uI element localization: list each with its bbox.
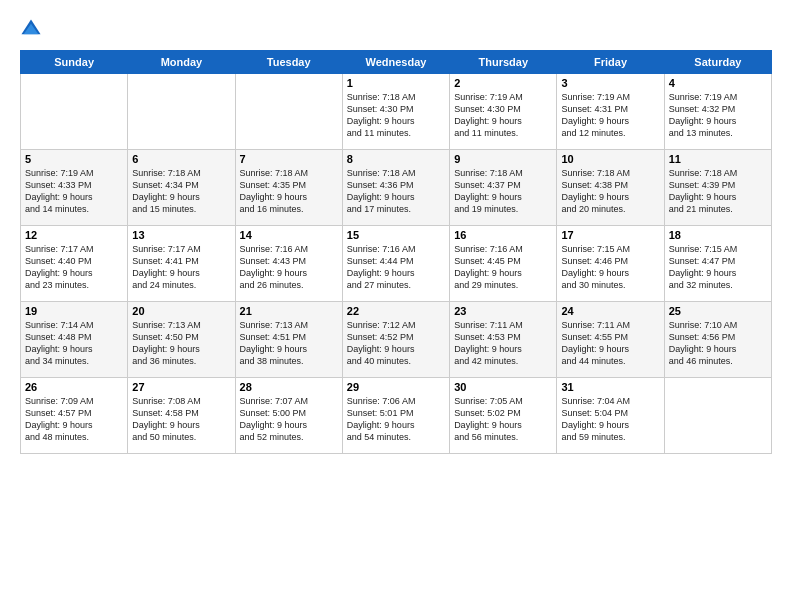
calendar-week-5: 26Sunrise: 7:09 AM Sunset: 4:57 PM Dayli… xyxy=(21,378,772,454)
calendar-cell xyxy=(664,378,771,454)
day-number: 3 xyxy=(561,77,659,89)
calendar-cell: 25Sunrise: 7:10 AM Sunset: 4:56 PM Dayli… xyxy=(664,302,771,378)
calendar-week-4: 19Sunrise: 7:14 AM Sunset: 4:48 PM Dayli… xyxy=(21,302,772,378)
calendar-cell: 28Sunrise: 7:07 AM Sunset: 5:00 PM Dayli… xyxy=(235,378,342,454)
weekday-friday: Friday xyxy=(557,51,664,74)
day-info: Sunrise: 7:11 AM Sunset: 4:55 PM Dayligh… xyxy=(561,319,659,368)
calendar-cell: 17Sunrise: 7:15 AM Sunset: 4:46 PM Dayli… xyxy=(557,226,664,302)
day-number: 20 xyxy=(132,305,230,317)
calendar-cell: 20Sunrise: 7:13 AM Sunset: 4:50 PM Dayli… xyxy=(128,302,235,378)
day-info: Sunrise: 7:19 AM Sunset: 4:30 PM Dayligh… xyxy=(454,91,552,140)
day-number: 16 xyxy=(454,229,552,241)
calendar-week-1: 1Sunrise: 7:18 AM Sunset: 4:30 PM Daylig… xyxy=(21,74,772,150)
calendar-cell xyxy=(128,74,235,150)
day-number: 10 xyxy=(561,153,659,165)
day-info: Sunrise: 7:10 AM Sunset: 4:56 PM Dayligh… xyxy=(669,319,767,368)
calendar-cell: 5Sunrise: 7:19 AM Sunset: 4:33 PM Daylig… xyxy=(21,150,128,226)
day-info: Sunrise: 7:12 AM Sunset: 4:52 PM Dayligh… xyxy=(347,319,445,368)
day-number: 22 xyxy=(347,305,445,317)
weekday-monday: Monday xyxy=(128,51,235,74)
day-info: Sunrise: 7:05 AM Sunset: 5:02 PM Dayligh… xyxy=(454,395,552,444)
calendar-cell: 13Sunrise: 7:17 AM Sunset: 4:41 PM Dayli… xyxy=(128,226,235,302)
logo-icon xyxy=(20,18,42,40)
calendar-cell: 19Sunrise: 7:14 AM Sunset: 4:48 PM Dayli… xyxy=(21,302,128,378)
calendar-cell: 4Sunrise: 7:19 AM Sunset: 4:32 PM Daylig… xyxy=(664,74,771,150)
weekday-thursday: Thursday xyxy=(450,51,557,74)
day-info: Sunrise: 7:15 AM Sunset: 4:46 PM Dayligh… xyxy=(561,243,659,292)
weekday-header-row: SundayMondayTuesdayWednesdayThursdayFrid… xyxy=(21,51,772,74)
day-info: Sunrise: 7:19 AM Sunset: 4:31 PM Dayligh… xyxy=(561,91,659,140)
day-info: Sunrise: 7:13 AM Sunset: 4:50 PM Dayligh… xyxy=(132,319,230,368)
calendar-cell: 9Sunrise: 7:18 AM Sunset: 4:37 PM Daylig… xyxy=(450,150,557,226)
day-number: 26 xyxy=(25,381,123,393)
day-number: 11 xyxy=(669,153,767,165)
day-info: Sunrise: 7:04 AM Sunset: 5:04 PM Dayligh… xyxy=(561,395,659,444)
day-info: Sunrise: 7:19 AM Sunset: 4:33 PM Dayligh… xyxy=(25,167,123,216)
calendar-week-3: 12Sunrise: 7:17 AM Sunset: 4:40 PM Dayli… xyxy=(21,226,772,302)
calendar-cell: 14Sunrise: 7:16 AM Sunset: 4:43 PM Dayli… xyxy=(235,226,342,302)
day-info: Sunrise: 7:18 AM Sunset: 4:34 PM Dayligh… xyxy=(132,167,230,216)
day-number: 14 xyxy=(240,229,338,241)
day-number: 15 xyxy=(347,229,445,241)
calendar-cell: 7Sunrise: 7:18 AM Sunset: 4:35 PM Daylig… xyxy=(235,150,342,226)
day-info: Sunrise: 7:14 AM Sunset: 4:48 PM Dayligh… xyxy=(25,319,123,368)
calendar-week-2: 5Sunrise: 7:19 AM Sunset: 4:33 PM Daylig… xyxy=(21,150,772,226)
day-number: 31 xyxy=(561,381,659,393)
header xyxy=(20,18,772,40)
calendar-cell: 12Sunrise: 7:17 AM Sunset: 4:40 PM Dayli… xyxy=(21,226,128,302)
calendar-cell: 11Sunrise: 7:18 AM Sunset: 4:39 PM Dayli… xyxy=(664,150,771,226)
calendar-cell: 18Sunrise: 7:15 AM Sunset: 4:47 PM Dayli… xyxy=(664,226,771,302)
weekday-tuesday: Tuesday xyxy=(235,51,342,74)
calendar-cell: 30Sunrise: 7:05 AM Sunset: 5:02 PM Dayli… xyxy=(450,378,557,454)
day-number: 19 xyxy=(25,305,123,317)
page: SundayMondayTuesdayWednesdayThursdayFrid… xyxy=(0,0,792,612)
calendar-cell: 8Sunrise: 7:18 AM Sunset: 4:36 PM Daylig… xyxy=(342,150,449,226)
calendar-cell: 27Sunrise: 7:08 AM Sunset: 4:58 PM Dayli… xyxy=(128,378,235,454)
calendar-cell: 23Sunrise: 7:11 AM Sunset: 4:53 PM Dayli… xyxy=(450,302,557,378)
day-info: Sunrise: 7:19 AM Sunset: 4:32 PM Dayligh… xyxy=(669,91,767,140)
day-info: Sunrise: 7:18 AM Sunset: 4:35 PM Dayligh… xyxy=(240,167,338,216)
calendar-cell: 2Sunrise: 7:19 AM Sunset: 4:30 PM Daylig… xyxy=(450,74,557,150)
calendar-cell xyxy=(21,74,128,150)
day-info: Sunrise: 7:09 AM Sunset: 4:57 PM Dayligh… xyxy=(25,395,123,444)
calendar-cell xyxy=(235,74,342,150)
day-number: 9 xyxy=(454,153,552,165)
day-info: Sunrise: 7:07 AM Sunset: 5:00 PM Dayligh… xyxy=(240,395,338,444)
day-info: Sunrise: 7:18 AM Sunset: 4:30 PM Dayligh… xyxy=(347,91,445,140)
day-number: 4 xyxy=(669,77,767,89)
weekday-sunday: Sunday xyxy=(21,51,128,74)
day-info: Sunrise: 7:08 AM Sunset: 4:58 PM Dayligh… xyxy=(132,395,230,444)
day-info: Sunrise: 7:06 AM Sunset: 5:01 PM Dayligh… xyxy=(347,395,445,444)
calendar-cell: 3Sunrise: 7:19 AM Sunset: 4:31 PM Daylig… xyxy=(557,74,664,150)
calendar-cell: 21Sunrise: 7:13 AM Sunset: 4:51 PM Dayli… xyxy=(235,302,342,378)
calendar-cell: 29Sunrise: 7:06 AM Sunset: 5:01 PM Dayli… xyxy=(342,378,449,454)
day-number: 30 xyxy=(454,381,552,393)
day-number: 23 xyxy=(454,305,552,317)
calendar-cell: 1Sunrise: 7:18 AM Sunset: 4:30 PM Daylig… xyxy=(342,74,449,150)
day-info: Sunrise: 7:18 AM Sunset: 4:36 PM Dayligh… xyxy=(347,167,445,216)
day-info: Sunrise: 7:18 AM Sunset: 4:39 PM Dayligh… xyxy=(669,167,767,216)
day-info: Sunrise: 7:17 AM Sunset: 4:41 PM Dayligh… xyxy=(132,243,230,292)
weekday-saturday: Saturday xyxy=(664,51,771,74)
day-number: 28 xyxy=(240,381,338,393)
day-info: Sunrise: 7:17 AM Sunset: 4:40 PM Dayligh… xyxy=(25,243,123,292)
calendar-cell: 15Sunrise: 7:16 AM Sunset: 4:44 PM Dayli… xyxy=(342,226,449,302)
day-number: 18 xyxy=(669,229,767,241)
day-number: 1 xyxy=(347,77,445,89)
day-number: 29 xyxy=(347,381,445,393)
day-info: Sunrise: 7:16 AM Sunset: 4:45 PM Dayligh… xyxy=(454,243,552,292)
day-number: 7 xyxy=(240,153,338,165)
day-info: Sunrise: 7:16 AM Sunset: 4:44 PM Dayligh… xyxy=(347,243,445,292)
day-info: Sunrise: 7:18 AM Sunset: 4:38 PM Dayligh… xyxy=(561,167,659,216)
calendar-cell: 24Sunrise: 7:11 AM Sunset: 4:55 PM Dayli… xyxy=(557,302,664,378)
day-number: 2 xyxy=(454,77,552,89)
calendar-cell: 22Sunrise: 7:12 AM Sunset: 4:52 PM Dayli… xyxy=(342,302,449,378)
day-number: 27 xyxy=(132,381,230,393)
day-number: 25 xyxy=(669,305,767,317)
day-number: 13 xyxy=(132,229,230,241)
calendar-cell: 6Sunrise: 7:18 AM Sunset: 4:34 PM Daylig… xyxy=(128,150,235,226)
calendar-table: SundayMondayTuesdayWednesdayThursdayFrid… xyxy=(20,50,772,454)
calendar-cell: 31Sunrise: 7:04 AM Sunset: 5:04 PM Dayli… xyxy=(557,378,664,454)
day-number: 12 xyxy=(25,229,123,241)
logo xyxy=(20,18,46,40)
